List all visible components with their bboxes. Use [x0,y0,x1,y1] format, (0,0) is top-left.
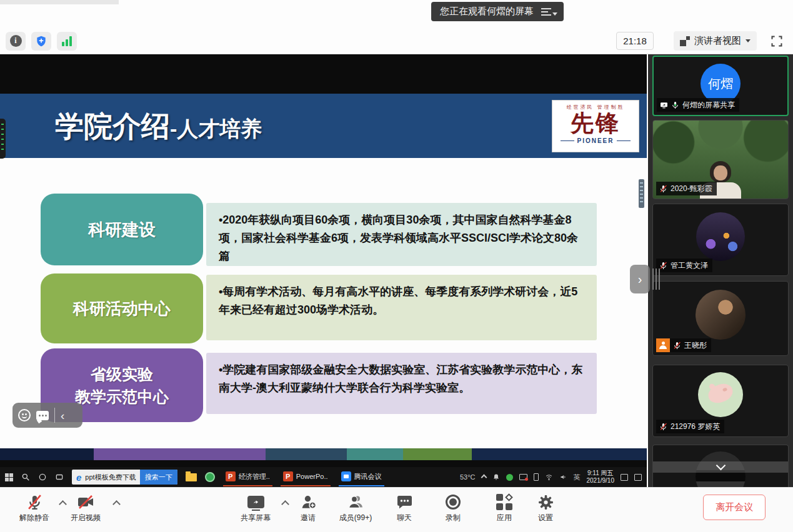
slide-panel-keyan-jianshe: •2020年获纵向项目60余项，横向项目30余项，其中国家自然科学基金8项，国家… [206,203,597,266]
slide-panel-keyan-huodong: •每周有学术活动、每月有高水平的讲座、每季度有系列学术研讨会，近5年来已经有超过… [206,275,597,340]
emoji-icon[interactable] [18,409,31,421]
ime-indicator[interactable]: 英 [574,473,581,482]
members-label: 成员(99+) [339,513,372,523]
slide-panel-shiyan-zhongxin: •学院建有国家部级金融安全大数据实验室、江苏省实验教学示范中心，东南大学-澳大利… [206,353,597,414]
logo-motto: 经世济民 管理制胜 [566,104,624,111]
action-center-icon[interactable] [634,474,642,481]
participant-tile-wangxiaotong[interactable]: 王晓彤 [652,281,789,356]
record-button[interactable]: 录制 [430,493,476,523]
meeting-toolbar: i 21:18 演讲者视图 [0,28,793,54]
participant-name: 王晓彤 [684,340,707,351]
taskbar-app-label: 腾讯会议 [354,472,382,481]
banner-menu-button[interactable] [541,8,557,16]
clock-date: 2021/9/10 [587,477,615,485]
participant-tile-heyi[interactable]: 何熠 何熠的屏幕共享 [652,56,789,116]
volume-icon[interactable] [559,473,567,481]
chevron-down-icon [552,12,557,16]
weather-widget[interactable]: 53°C [460,473,476,481]
mini-scrollbar[interactable] [639,179,644,208]
participant-name: 212976 罗娇英 [671,421,720,432]
screen-record-tray-icon[interactable] [519,474,527,480]
gear-icon [537,493,554,511]
participant-name: 2020-甄彩霞 [671,184,712,194]
settings-label: 设置 [538,513,553,523]
chat-button[interactable]: 聊天 [381,493,427,523]
mic-muted-icon [673,342,681,350]
taskbar-app-ppt-2[interactable]: P PowerPo.. [281,468,331,486]
slide-footer-bar [0,448,647,460]
file-explorer-icon[interactable] [186,473,197,481]
taskbar-search-icon[interactable] [21,473,30,481]
settings-button[interactable]: 设置 [522,493,569,523]
slide-box-keyan-jianshe: 科研建设 [41,194,203,265]
view-mode-label: 演讲者视图 [694,35,741,47]
members-button[interactable]: 成员(99+) [332,493,379,523]
browser-icon[interactable] [205,472,215,482]
cortana-icon[interactable] [38,473,47,481]
slide-box-keyan-huodong: 科研活动中心 [41,273,203,343]
tencent-meeting-icon [341,471,351,481]
camera-off-icon [76,493,95,511]
participants-sidebar: 何熠 何熠的屏幕共享 2020-甄彩霞 [648,54,793,487]
invite-button[interactable]: 邀请 [285,493,331,523]
share-screen-icon [247,493,264,511]
start-video-button[interactable]: 开启视频 [62,493,109,523]
meeting-timer: 21:18 [616,32,654,50]
meeting-info-button[interactable]: i [6,32,26,51]
apps-label: 应用 [497,513,512,523]
protection-button[interactable] [31,32,51,51]
invite-label: 邀请 [301,513,316,523]
security-tray-icon[interactable] [506,474,513,481]
apps-button[interactable]: 应用 [481,493,527,523]
participant-tile-luojiaoying[interactable]: 212976 罗娇英 [652,365,789,437]
system-tray: 53°C 英 9:11 周五 2021/9/10 [460,470,642,485]
taskbar-clock[interactable]: 9:11 周五 2021/9/10 [587,470,615,485]
start-video-label: 开启视频 [71,513,101,523]
pioneer-logo: 经世济民 管理制胜 先锋 PIONEER [552,100,639,152]
members-icon [347,493,364,511]
unmute-label: 解除静音 [19,513,49,523]
search-go-button[interactable]: 搜索一下 [140,470,177,485]
window-top-strip: 您正在观看何熠的屏幕 [0,0,793,28]
view-mode-dropdown[interactable]: 演讲者视图 [674,31,757,51]
reaction-widget[interactable]: ‹ [12,403,82,428]
mic-muted-icon [659,423,667,431]
tray-expand-icon[interactable] [481,474,487,480]
share-screen-button[interactable]: 共享屏幕 [232,493,279,523]
unmute-button[interactable]: 解除静音 [11,493,57,523]
participant-tile-zhencaixia[interactable]: 2020-甄彩霞 [652,120,789,199]
task-view-icon[interactable] [55,473,64,481]
chat-bubble-icon[interactable] [36,411,49,420]
taskbar-app-ppt-1[interactable]: P 经济管理.. [223,468,272,486]
widget-divider [54,408,55,423]
logo-seal: 先锋 [571,111,621,137]
taskbar-app-meeting[interactable]: 腾讯会议 [339,468,384,486]
sidebar-collapse-handle[interactable]: › [630,265,650,293]
share-edge-indicator [0,119,6,159]
info-icon: i [10,35,22,47]
avatar [696,290,746,340]
touch-keyboard-icon[interactable] [621,474,628,481]
device-tray-icon[interactable] [534,473,539,481]
network-status-button[interactable] [57,32,77,51]
collapse-widget-icon[interactable]: ‹ [61,410,64,421]
slide-title-main: 学院介绍 [55,110,170,142]
chevron-down-icon [716,461,726,471]
sidebar-resize-grip[interactable] [652,268,660,290]
chat-icon [396,493,413,511]
wifi-icon[interactable] [545,473,553,481]
taskbar-search-box[interactable]: e ppt模板免费下载 搜索一下 [72,470,177,485]
shield-plus-icon [35,35,47,47]
avatar [698,372,743,417]
leave-meeting-button[interactable]: 离开会议 [703,495,766,520]
layout-icon [680,36,690,46]
participant-tile-partial[interactable] [652,445,789,487]
windows-start-icon[interactable] [5,473,13,481]
background-window-edge [0,0,119,4]
notification-bell-icon[interactable] [492,473,500,481]
video-options-caret[interactable] [112,500,121,508]
participant-tile-huangwenze[interactable]: 管工黄文泽 [652,204,789,276]
scroll-more-overlay[interactable] [653,461,788,473]
fullscreen-button[interactable] [767,32,786,50]
search-query-text: ppt模板免费下载 [85,473,136,482]
